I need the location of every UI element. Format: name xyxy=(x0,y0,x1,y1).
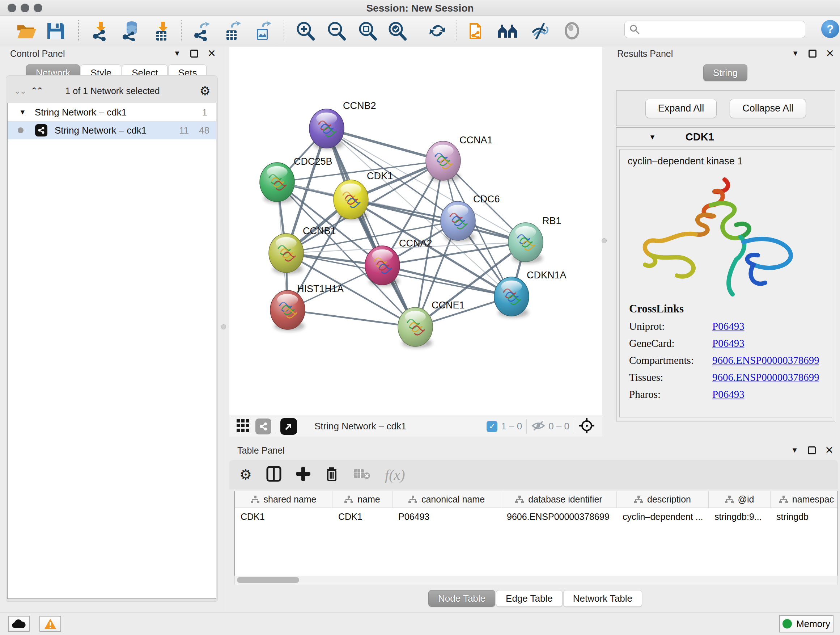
ribbon-segment xyxy=(645,255,693,277)
table-options-gear-icon[interactable]: ⚙ xyxy=(240,467,252,483)
column-header-database-identifier[interactable]: database identifier xyxy=(501,491,617,508)
open-session-button[interactable] xyxy=(15,19,38,42)
panel-menu-icon[interactable]: ▼ xyxy=(174,49,181,57)
panel-menu-icon[interactable]: ▼ xyxy=(791,446,798,454)
right-splitter-handle[interactable] xyxy=(602,238,607,243)
panel-menu-icon[interactable]: ▼ xyxy=(792,49,799,57)
refresh-layout-button[interactable] xyxy=(426,19,448,42)
gray-orb-button[interactable] xyxy=(561,19,583,42)
delete-table-icon[interactable] xyxy=(353,468,370,481)
import-table-file-button[interactable] xyxy=(151,19,174,42)
share-network-icon[interactable] xyxy=(256,418,271,434)
node-CCNA1[interactable] xyxy=(426,141,461,182)
import-network-database-button[interactable] xyxy=(120,19,142,42)
hidden-eye-icon[interactable] xyxy=(531,420,546,433)
open-in-window-icon[interactable] xyxy=(280,418,297,435)
close-panel-icon[interactable]: ✕ xyxy=(208,50,216,57)
tab-node-table[interactable]: Node Table xyxy=(428,590,495,607)
zoom-fit-button[interactable] xyxy=(356,19,378,42)
warning-status-button[interactable] xyxy=(39,616,61,632)
node-CCNA2[interactable] xyxy=(365,246,400,287)
tab-string[interactable]: String xyxy=(703,65,747,81)
node-CCNE1[interactable] xyxy=(398,307,433,348)
import-network-file-button[interactable] xyxy=(90,19,112,42)
node-CCNB1[interactable] xyxy=(269,233,303,274)
crosslink-link[interactable]: P06493 xyxy=(712,320,745,333)
save-session-button[interactable] xyxy=(44,19,66,42)
export-table-button[interactable] xyxy=(221,19,244,42)
memory-button[interactable]: Memory xyxy=(779,615,834,632)
network-graph[interactable]: CCNB2CCNA1CDC25BCDK1CDC6RB1CCNB1CCNA2CDK… xyxy=(229,47,602,416)
crosslink-link[interactable]: 9606.ENSP00000378699 xyxy=(712,371,819,383)
collapse-all-button[interactable]: Collapse All xyxy=(729,99,806,118)
crosslink-link[interactable]: 9606.ENSP00000378699 xyxy=(712,355,819,366)
float-panel-icon[interactable] xyxy=(190,50,198,57)
column-header-shared-name[interactable]: shared name xyxy=(235,491,332,508)
table-row[interactable]: CDK1CDK1P064939606.ENSP00000378699cyclin… xyxy=(235,508,837,525)
ribbon-segment xyxy=(645,234,696,255)
node-CDK1[interactable] xyxy=(333,180,368,220)
column-header-namespac[interactable]: namespac xyxy=(771,491,838,508)
crosslink-label: Pharos: xyxy=(629,388,712,401)
collapse-all-networks-icon[interactable]: ⌄⌄ xyxy=(14,86,25,96)
column-header-description[interactable]: description xyxy=(617,491,709,508)
expand-all-networks-icon[interactable]: ⌃⌃ xyxy=(30,86,42,96)
edge-CCNB2-CCNE1[interactable] xyxy=(327,128,415,327)
node-CDKN1A[interactable] xyxy=(494,277,529,318)
node-HIST1H1A[interactable] xyxy=(270,290,305,331)
close-panel-icon[interactable]: ✕ xyxy=(826,50,834,57)
zoom-selected-button[interactable] xyxy=(386,19,408,42)
fit-content-crosshair-icon[interactable] xyxy=(578,417,595,435)
node-RB1[interactable] xyxy=(508,223,543,263)
collection-collapse-icon[interactable]: ▼ xyxy=(19,108,26,116)
column-header-name[interactable]: name xyxy=(332,491,393,508)
export-image-button[interactable] xyxy=(252,19,274,42)
help-button[interactable]: ? xyxy=(821,20,839,38)
tab-edge-table[interactable]: Edge Table xyxy=(496,590,562,607)
left-splitter-handle[interactable] xyxy=(221,325,226,329)
node-label-CDC6: CDC6 xyxy=(473,194,500,204)
node-CCNB2[interactable] xyxy=(309,109,344,149)
zoom-out-button[interactable] xyxy=(325,19,347,42)
column-header-@id[interactable]: @id xyxy=(709,491,771,508)
scrollbar-thumb[interactable] xyxy=(237,577,299,583)
export-network-button[interactable] xyxy=(191,19,213,42)
network-collection-row[interactable]: ▼ String Network – cdk1 1 xyxy=(8,103,216,121)
node-CDC25B[interactable] xyxy=(260,163,294,203)
table-horizontal-scrollbar[interactable] xyxy=(234,576,838,585)
crosslink-link[interactable]: P06493 xyxy=(712,337,745,349)
close-panel-icon[interactable]: ✕ xyxy=(825,447,834,454)
document-share-button[interactable] xyxy=(466,19,488,42)
selected-nodes-checkbox[interactable]: ✓ xyxy=(486,421,497,432)
window-title: Session: New Session xyxy=(0,3,840,14)
warning-triangle-icon xyxy=(44,618,57,630)
birds-eye-view-icon[interactable] xyxy=(236,418,250,434)
column-header-canonical-name[interactable]: canonical name xyxy=(393,491,501,508)
float-panel-icon[interactable] xyxy=(808,50,816,57)
import-table-icon xyxy=(152,20,173,41)
table-cell: stringdb xyxy=(771,508,838,525)
crosslink-link[interactable]: P06493 xyxy=(712,388,745,401)
delete-column-trash-icon[interactable] xyxy=(325,466,339,483)
node-CDC6[interactable] xyxy=(441,201,475,242)
gene-collapse-icon[interactable]: ▼ xyxy=(649,133,656,141)
search-icon xyxy=(629,24,640,35)
network-row[interactable]: String Network – cdk1 11 48 xyxy=(8,121,216,139)
control-panel: Control Panel ▼ ✕ NetworkStyleSelectSets… xyxy=(0,46,224,611)
gray-orb-icon xyxy=(562,21,582,41)
crosslink-label: Compartments: xyxy=(629,355,712,366)
network-canvas[interactable]: CCNB2CCNA1CDC25BCDK1CDC6RB1CCNB1CCNA2CDK… xyxy=(229,47,602,416)
expand-all-button[interactable]: Expand All xyxy=(645,99,717,118)
eye-slash-wave-button[interactable] xyxy=(529,19,551,42)
edge-HIST1H1A-CCNE1[interactable] xyxy=(287,310,415,327)
float-panel-icon[interactable] xyxy=(808,447,816,454)
tab-network-table[interactable]: Network Table xyxy=(563,590,642,607)
cloud-status-button[interactable] xyxy=(8,616,30,632)
network-options-gear-icon[interactable]: ⚙ xyxy=(200,84,210,98)
double-house-button[interactable] xyxy=(496,19,519,42)
show-columns-icon[interactable] xyxy=(266,466,281,483)
function-builder-icon[interactable]: f(x) xyxy=(385,466,405,483)
search-input[interactable] xyxy=(624,21,805,38)
create-column-icon[interactable] xyxy=(296,467,310,483)
zoom-in-button[interactable] xyxy=(294,19,316,42)
